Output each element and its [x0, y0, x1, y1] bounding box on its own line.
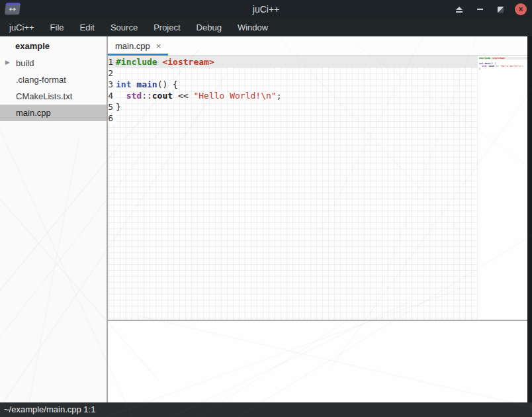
app-window: ++ juCi++ × juCi++FileEditSourceProjectD… [0, 0, 532, 417]
minimize-button[interactable] [474, 3, 486, 15]
window-controls: × [453, 0, 527, 19]
window-title: juCi++ [0, 4, 532, 15]
restore-icon [498, 7, 504, 13]
editor-main-area: main.cpp × 1#include <iostream>23int mai… [108, 36, 532, 402]
file-tree-item-cmakelists-txt[interactable]: CMakeLists.txt [0, 88, 107, 105]
app-logo-icon: ++ [5, 3, 21, 15]
code-text: } [116, 101, 121, 113]
code-line[interactable]: 5} [108, 101, 478, 113]
close-icon: × [518, 4, 523, 15]
menu-item-edit[interactable]: Edit [72, 19, 103, 36]
minimap-line [479, 70, 527, 73]
minimize-icon [477, 9, 483, 10]
code-line[interactable]: 6 [108, 113, 478, 124]
menu-item-debug[interactable]: Debug [189, 19, 230, 36]
code-line[interactable]: 4 std::cout << "Hello World!\n"; [108, 90, 478, 101]
title-bar: ++ juCi++ × [0, 0, 532, 19]
tab-close-icon[interactable]: × [156, 42, 161, 50]
close-button[interactable]: × [515, 3, 527, 15]
menu-item-window[interactable]: Window [230, 19, 276, 36]
menu-item-file[interactable]: File [42, 19, 72, 36]
right-window-border [527, 36, 532, 402]
menu-bar: juCi++FileEditSourceProjectDebugWindow [0, 19, 532, 36]
line-number: 5 [108, 101, 116, 113]
file-tree-item--clang-format[interactable]: .clang-format [0, 71, 107, 88]
restore-button[interactable] [494, 3, 506, 15]
code-text: int main() { [116, 79, 178, 90]
shade-icon [456, 7, 463, 13]
file-tree-item-main-cpp[interactable]: main.cpp [0, 105, 107, 121]
code-text: std::cout << "Hello World!\n"; [116, 90, 281, 101]
content-area: example ▶build.clang-formatCMakeLists.tx… [0, 36, 532, 402]
terminal-panel[interactable] [108, 321, 527, 402]
file-tree-sidebar: example ▶build.clang-formatCMakeLists.tx… [0, 36, 107, 402]
file-tree-item-build[interactable]: ▶build [0, 55, 107, 71]
line-number: 4 [108, 90, 116, 101]
minimap-line: std::cout << "Hello World!\n"; [479, 65, 527, 68]
file-name-label: .clang-format [0, 75, 66, 85]
code-line[interactable]: 2 [108, 68, 478, 79]
line-number: 2 [108, 68, 116, 79]
line-number: 1 [108, 56, 116, 68]
file-name-label: CMakeLists.txt [0, 91, 72, 101]
status-bar: ~/example/main.cpp 1:1 [0, 402, 532, 417]
project-root-label: example [0, 36, 107, 55]
expander-icon[interactable]: ▶ [5, 59, 10, 66]
menu-item-source[interactable]: Source [103, 19, 146, 36]
code-line[interactable]: 3int main() { [108, 79, 478, 90]
minimap[interactable]: #include <iostream>int main() { std::cou… [478, 56, 527, 320]
tab-main-cpp[interactable]: main.cpp × [108, 36, 168, 55]
menu-item-jucipp[interactable]: juCi++ [1, 19, 42, 36]
line-number: 3 [108, 79, 116, 90]
menu-item-project[interactable]: Project [146, 19, 188, 36]
line-number: 6 [108, 113, 116, 124]
shade-button[interactable] [453, 3, 465, 15]
file-tree: ▶build.clang-formatCMakeLists.txtmain.cp… [0, 55, 107, 121]
cursor-location-text: ~/example/main.cpp 1:1 [4, 404, 95, 414]
code-text: #include <iostream> [116, 56, 214, 68]
code-editor[interactable]: 1#include <iostream>23int main() {4 std:… [108, 56, 532, 320]
tab-label: main.cpp [115, 41, 150, 51]
tab-bar: main.cpp × [108, 36, 532, 56]
code-lines[interactable]: 1#include <iostream>23int main() {4 std:… [108, 56, 478, 320]
file-name-label: main.cpp [0, 108, 51, 118]
code-line[interactable]: 1#include <iostream> [108, 56, 478, 68]
